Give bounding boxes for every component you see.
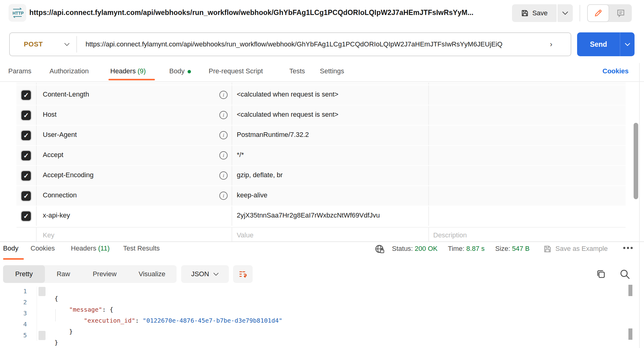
response-pane-divider[interactable]	[0, 241, 644, 242]
line-number: 5	[12, 332, 27, 339]
info-icon[interactable]: i	[219, 91, 228, 99]
json-brace: }	[54, 339, 58, 346]
table-row: ✓ Accept-Encoding i gzip, deflate, br	[16, 166, 626, 185]
info-icon[interactable]: i	[219, 131, 228, 139]
tab-headers[interactable]: Headers (9)	[110, 67, 146, 75]
postman-app-window: HTTP https://api.connect.fylamynt.com/ap…	[0, 0, 644, 348]
body-has-content-dot	[188, 70, 191, 73]
view-tab-pretty[interactable]: Pretty	[3, 265, 45, 283]
header-value[interactable]: PostmanRuntime/7.32.2	[237, 131, 309, 139]
header-value[interactable]: <calculated when request is sent>	[237, 111, 338, 119]
gutter-divider	[37, 287, 37, 341]
header-key[interactable]: Host	[43, 111, 57, 119]
method-chevron-down-icon[interactable]	[64, 43, 76, 46]
status-value[interactable]: 200 OK	[415, 245, 438, 252]
header-key[interactable]: User-Agent	[43, 131, 77, 139]
tab-headers-label: Headers	[110, 67, 136, 75]
info-icon[interactable]: i	[219, 151, 228, 159]
active-tab-underline	[108, 79, 155, 80]
tab-prerequest-script[interactable]: Pre-request Script	[209, 67, 263, 75]
response-tab-test-results[interactable]: Test Results	[123, 244, 160, 252]
info-icon[interactable]: i	[219, 171, 228, 180]
search-response-button[interactable]	[619, 268, 631, 280]
description-placeholder[interactable]: Description	[433, 231, 467, 239]
json-brace: }	[69, 328, 73, 335]
header-row-checkbox[interactable]: ✓	[21, 111, 31, 120]
header-key[interactable]: Accept	[43, 151, 63, 159]
header-row-checkbox[interactable]: ✓	[21, 90, 31, 100]
vertical-scrollbar[interactable]	[634, 123, 638, 199]
key-placeholder[interactable]: Key	[43, 231, 54, 239]
http-icon: HTTP	[11, 7, 24, 19]
url-input[interactable]	[85, 40, 555, 49]
tab-body[interactable]: Body	[169, 67, 191, 75]
copy-response-button[interactable]	[595, 268, 607, 280]
header-value[interactable]: gzip, deflate, br	[237, 171, 283, 179]
header-value[interactable]: 2yjX35tnnSaa7Hr2g8EaI7rWxbzcNtWf69VdfJvu	[237, 211, 380, 219]
table-row: ✓ Accept i */*	[16, 146, 626, 165]
column-divider	[232, 85, 232, 105]
header-row-checkbox[interactable]: ✓	[21, 171, 31, 181]
response-active-tab-underline	[3, 258, 24, 260]
tab-authorization[interactable]: Authorization	[49, 67, 89, 75]
response-tab-cookies[interactable]: Cookies	[31, 244, 55, 252]
info-icon[interactable]: i	[219, 192, 228, 200]
tab-headers-count: (9)	[137, 67, 146, 75]
header-row-checkbox[interactable]: ✓	[21, 151, 31, 160]
header-value[interactable]: <calculated when request is sent>	[237, 90, 338, 98]
info-icon[interactable]: i	[219, 111, 228, 119]
header-value[interactable]: keep-alive	[237, 191, 267, 199]
response-tab-headers[interactable]: Headers (11)	[71, 244, 110, 252]
save-as-example-button[interactable]: Save as Example	[555, 245, 608, 253]
header-value[interactable]: */*	[237, 151, 244, 159]
header-key[interactable]: x-api-key	[43, 211, 70, 219]
edit-mode-button[interactable]	[587, 4, 609, 22]
save-options-dropdown[interactable]	[558, 4, 573, 22]
cookies-link[interactable]: Cookies	[602, 67, 629, 75]
line-number: 1	[12, 288, 27, 295]
view-tab-preview[interactable]: Preview	[82, 265, 127, 283]
wrap-lines-icon	[238, 269, 247, 279]
header-row-checkbox[interactable]: ✓	[21, 131, 31, 140]
format-dropdown-value: JSON	[191, 270, 209, 278]
tab-params[interactable]: Params	[8, 67, 31, 75]
response-more-options-icon[interactable]	[623, 247, 633, 249]
overview-ruler-mark	[628, 328, 632, 340]
header-key[interactable]: Accept-Encoding	[43, 171, 93, 179]
table-new-row: Key Value Description	[16, 227, 626, 241]
header-key[interactable]: Content-Length	[43, 90, 89, 98]
save-button-label: Save	[532, 9, 547, 17]
view-tab-visualize[interactable]: Visualize	[127, 265, 177, 283]
header-row-checkbox[interactable]: ✓	[21, 191, 31, 201]
comment-button[interactable]	[610, 4, 632, 22]
response-tab-body[interactable]: Body	[3, 244, 18, 252]
format-dropdown[interactable]: JSON	[181, 265, 229, 283]
tab-body-label: Body	[169, 67, 185, 75]
table-row: ✓ User-Agent i PostmanRuntime/7.32.2	[16, 126, 626, 145]
table-row: ✓ x-api-key 2yjX35tnnSaa7Hr2g8EaI7rWxbzc…	[16, 206, 626, 226]
header-key[interactable]: Connection	[43, 191, 77, 199]
size-value[interactable]: 547 B	[512, 245, 530, 252]
header-row-checkbox[interactable]: ✓	[21, 211, 31, 221]
time-value[interactable]: 8.87 s	[466, 245, 485, 252]
send-button[interactable]: Send	[577, 32, 620, 56]
topbar-separator	[580, 5, 580, 21]
chevron-down-icon	[213, 273, 219, 276]
view-tab-raw[interactable]: Raw	[45, 265, 82, 283]
send-options-dropdown[interactable]	[620, 32, 635, 56]
response-status: Status: 200 OK	[392, 245, 437, 253]
save-button[interactable]: Save	[512, 4, 557, 22]
pencil-icon	[594, 9, 602, 17]
tab-tests[interactable]: Tests	[289, 67, 305, 75]
network-globe-lock-icon[interactable]	[375, 244, 385, 255]
tab-settings[interactable]: Settings	[320, 67, 344, 75]
value-placeholder[interactable]: Value	[237, 231, 254, 239]
status-label: Status:	[392, 245, 413, 252]
code-line-3[interactable]: "execution_id": "0122670e-4876-45e7-b7be…	[69, 310, 282, 332]
wrap-lines-button[interactable]	[233, 265, 253, 283]
send-button-group: Send	[577, 32, 635, 56]
method-selector[interactable]: POST	[10, 40, 64, 48]
response-time: Time: 8.87 s	[448, 245, 485, 253]
save-icon	[521, 9, 529, 17]
code-line-5[interactable]: }	[40, 332, 58, 348]
